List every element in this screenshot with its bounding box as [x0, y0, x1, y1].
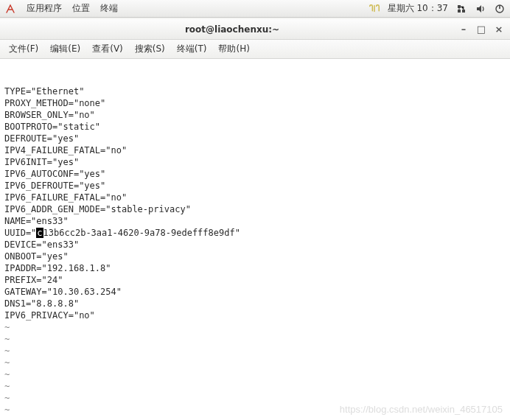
svg-rect-1 — [462, 10, 465, 13]
terminal-line: UUID="c13b6cc2b-3aa1-4620-9a78-9edefff8e… — [4, 227, 506, 239]
panel-places[interactable]: 位置 — [72, 2, 90, 15]
terminal-line: ~ — [4, 357, 506, 368]
terminal-line: IPV6_AUTOCONF="yes" — [4, 168, 506, 180]
menu-terminal[interactable]: 终端(T) — [172, 41, 212, 57]
terminal-line: IPV6_FAILURE_FATAL="no" — [4, 192, 506, 203]
terminal-line: DEVICE="ens33" — [4, 239, 506, 251]
menu-file[interactable]: 文件(F) — [4, 41, 43, 57]
terminal-line: ~ — [4, 404, 506, 416]
menu-search[interactable]: 搜索(S) — [130, 41, 170, 57]
terminal-window: root@liaochenxu:~ – □ × 文件(F) 编辑(E) 查看(V… — [0, 19, 510, 420]
terminal-line: IPV6INIT="yes" — [4, 156, 506, 168]
terminal-line: ~ — [4, 345, 506, 357]
terminal-line: BROWSER_ONLY="no" — [4, 109, 506, 121]
terminal-line: IPV6_PRIVACY="no" — [4, 309, 506, 321]
terminal-body[interactable]: TYPE="Ethernet"PROXY_METHOD="none"BROWSE… — [0, 59, 510, 420]
power-icon[interactable] — [494, 3, 506, 15]
panel-right: 星期六 10：37 — [368, 2, 506, 15]
window-controls: – □ × — [458, 24, 504, 35]
cursor: c — [36, 228, 43, 238]
terminal-line: PREFIX="24" — [4, 274, 506, 286]
terminal-line: TYPE="Ethernet" — [4, 85, 506, 97]
terminal-line: IPV4_FAILURE_FATAL="no" — [4, 144, 506, 156]
terminal-line: IPV6_DEFROUTE="yes" — [4, 180, 506, 192]
terminal-line: IPV6_ADDR_GEN_MODE="stable-privacy" — [4, 203, 506, 215]
terminal-line: ONBOOT="yes" — [4, 251, 506, 262]
terminal-line: BOOTPROTO="static" — [4, 121, 506, 133]
terminal-line: ~ — [4, 333, 506, 345]
terminal-line: DNS1="8.8.8.8" — [4, 298, 506, 309]
clock[interactable]: 星期六 10：37 — [388, 2, 448, 15]
menu-help[interactable]: 帮助(H) — [214, 41, 254, 57]
panel-applications[interactable]: 应用程序 — [27, 2, 62, 15]
menubar: 文件(F) 编辑(E) 查看(V) 搜索(S) 终端(T) 帮助(H) — [0, 40, 510, 59]
maximize-button[interactable]: □ — [476, 24, 486, 35]
terminal-line: ~ — [4, 321, 506, 333]
terminal-line: ~ — [4, 380, 506, 392]
terminal-line: ~ — [4, 392, 506, 404]
volume-icon[interactable] — [475, 3, 486, 15]
terminal-line: ~ — [4, 416, 506, 420]
panel-left: 应用程序 位置 终端 — [4, 2, 118, 15]
keyboard-icon[interactable] — [368, 3, 380, 15]
menu-view[interactable]: 查看(V) — [88, 41, 128, 57]
svg-rect-0 — [458, 5, 461, 8]
distro-icon[interactable] — [4, 3, 16, 15]
network-icon[interactable] — [455, 3, 467, 15]
terminal-line: PROXY_METHOD="none" — [4, 97, 506, 109]
panel-terminal[interactable]: 终端 — [100, 2, 118, 15]
close-button[interactable]: × — [494, 24, 504, 35]
system-panel: 应用程序 位置 终端 星期六 10：37 — [0, 0, 510, 18]
minimize-button[interactable]: – — [458, 24, 469, 35]
terminal-line: ~ — [4, 368, 506, 380]
terminal-line: NAME="ens33" — [4, 215, 506, 227]
window-title: root@liaochenxu:~ — [6, 24, 458, 35]
menu-edit[interactable]: 编辑(E) — [46, 41, 85, 57]
terminal-line: DEFROUTE="yes" — [4, 133, 506, 144]
terminal-line: IPADDR="192.168.1.8" — [4, 262, 506, 274]
titlebar: root@liaochenxu:~ – □ × — [0, 19, 510, 40]
terminal-line: GATEWAY="10.30.63.254" — [4, 286, 506, 298]
